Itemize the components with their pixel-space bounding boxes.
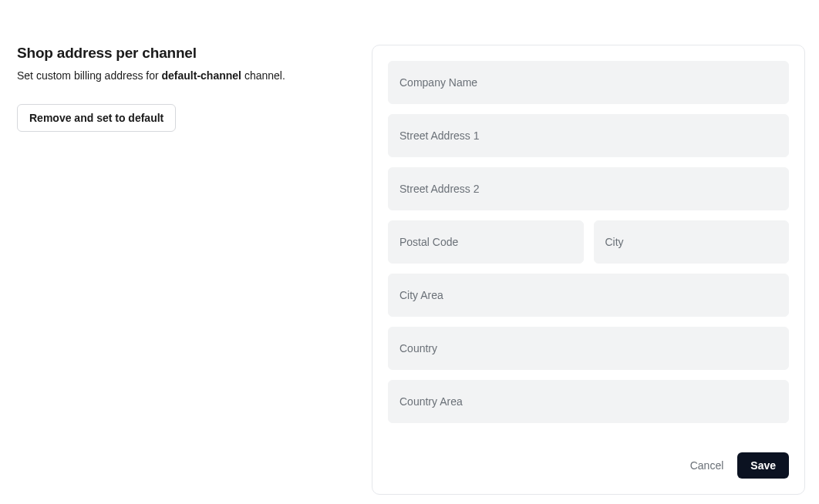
section-description: Set custom billing address for default-c… — [17, 68, 341, 84]
country-area-field: Country Area — [388, 380, 789, 423]
country-area-input-wrap[interactable]: Country Area — [388, 380, 789, 423]
country-field: Country — [388, 327, 789, 370]
company-name-field: Company Name — [388, 61, 789, 104]
company-name-input-wrap[interactable]: Company Name — [388, 61, 789, 104]
cancel-button[interactable]: Cancel — [687, 453, 727, 478]
street-address-2-field: Street Address 2 — [388, 167, 789, 210]
postal-code-input-wrap[interactable]: Postal Code — [388, 220, 584, 264]
form-fields: Company Name Street Address 1 Street Add… — [388, 61, 789, 423]
city-field: City — [594, 220, 790, 264]
city-input-wrap[interactable]: City — [594, 220, 790, 264]
city-area-input-wrap[interactable]: City Area — [388, 274, 789, 317]
country-input-wrap[interactable]: Country — [388, 327, 789, 370]
street-address-2-input-wrap[interactable]: Street Address 2 — [388, 167, 789, 210]
shop-address-section: Shop address per channel Set custom bill… — [0, 0, 819, 504]
save-button[interactable]: Save — [737, 452, 789, 479]
street-address-1-field: Street Address 1 — [388, 114, 789, 157]
section-info-panel: Shop address per channel Set custom bill… — [17, 45, 341, 495]
address-form-card: Company Name Street Address 1 Street Add… — [372, 45, 805, 495]
description-suffix: channel. — [241, 69, 285, 82]
street-address-1-input-wrap[interactable]: Street Address 1 — [388, 114, 789, 157]
section-title: Shop address per channel — [17, 45, 341, 62]
postal-code-field: Postal Code — [388, 220, 584, 264]
city-area-field: City Area — [388, 274, 789, 317]
postal-city-row: Postal Code City — [388, 220, 789, 264]
remove-set-default-button[interactable]: Remove and set to default — [17, 104, 176, 132]
description-prefix: Set custom billing address for — [17, 69, 162, 82]
channel-name: default-channel — [162, 69, 241, 82]
form-actions: Cancel Save — [388, 452, 789, 479]
